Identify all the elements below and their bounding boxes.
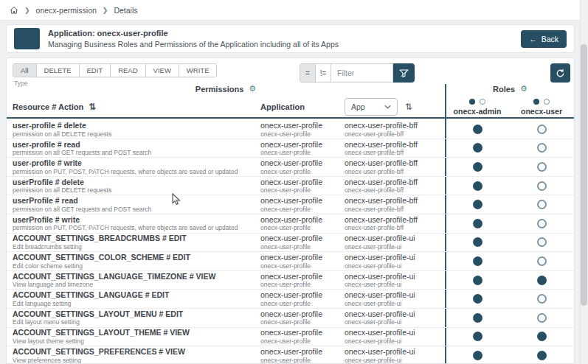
role-assigned-toggle[interactable]	[473, 237, 482, 247]
role-assigned-toggle[interactable]	[537, 276, 547, 285]
type-chip-all[interactable]: All	[13, 63, 37, 77]
role-assigned-toggle[interactable]	[473, 200, 482, 209]
role-assigned-toggle[interactable]	[473, 219, 482, 228]
role-assigned-toggle[interactable]	[473, 332, 482, 341]
application-name: onecx-user-profile	[260, 178, 334, 187]
application-header-text: Application: onecx-user-profile Managing…	[48, 28, 339, 49]
role-cell-onecx-admin	[445, 219, 510, 228]
app-subname: onecx-user-profile-ui	[345, 357, 445, 364]
table-row[interactable]: userProfile # readpermission on all GET …	[7, 195, 575, 214]
app-name: onecx-user-profile-ui	[345, 234, 445, 243]
role-unassigned-toggle[interactable]	[537, 143, 547, 153]
filter-input[interactable]	[331, 63, 393, 83]
grant-all-admin-icon[interactable]	[469, 99, 475, 105]
refresh-button[interactable]	[550, 63, 570, 83]
role-assigned-toggle[interactable]	[473, 313, 482, 323]
permission-title: ACCOUNT_SETTINGS_LANGUAGE_TIMEZONE # VIE…	[13, 272, 252, 281]
role-cell-onecx-user	[510, 219, 573, 228]
permission-title: user-profile # write	[13, 158, 252, 168]
back-button[interactable]: ← Back	[521, 30, 567, 48]
app-cell: onecx-user-profile-bffonecx-user-profile…	[334, 121, 445, 138]
breadcrumb-item-details: Details	[114, 6, 137, 15]
app-subname: onecx-user-profile-ui	[345, 300, 445, 307]
table-row[interactable]: ACCOUNT_SETTINGS_BREADCRUMBS # EDITEdit …	[7, 234, 575, 253]
table-row[interactable]: ACCOUNT_SETTINGS_LANGUAGE # EDITEdit lan…	[7, 290, 575, 309]
application-cell: onecx-user-profileonecx-user-profile	[252, 215, 334, 232]
type-chip-write[interactable]: WRITE	[179, 63, 218, 77]
role-unassigned-toggle[interactable]	[537, 162, 547, 172]
type-chip-edit[interactable]: EDIT	[79, 63, 111, 77]
application-subname: onecx-user-profile	[260, 262, 334, 270]
role-unassigned-toggle[interactable]	[537, 313, 547, 323]
role-assigned-toggle[interactable]	[473, 143, 482, 153]
role-cell-onecx-admin	[445, 276, 510, 285]
role-unassigned-toggle[interactable]	[537, 125, 547, 134]
scrollbar-track[interactable]	[580, 0, 588, 364]
role-unassigned-toggle[interactable]	[537, 181, 547, 191]
grant-all-user-icon[interactable]	[533, 99, 539, 105]
revoke-all-user-icon[interactable]	[544, 99, 550, 105]
filter-clear-button[interactable]	[393, 63, 415, 83]
breadcrumb-item-permission[interactable]: onecx-permission	[36, 6, 97, 15]
table-row[interactable]: ACCOUNT_SETTINGS_LAYOUT_MENU # EDITEdit …	[7, 309, 575, 328]
table-row[interactable]: ACCOUNT_SETTINGS_COLOR_SCHEME # EDITEdit…	[7, 252, 575, 271]
app-cell: onecx-user-profile-bffonecx-user-profile…	[334, 140, 445, 157]
role-assigned-toggle[interactable]	[473, 294, 482, 304]
app-cell: onecx-user-profile-bffonecx-user-profile…	[334, 196, 445, 213]
table-row[interactable]: user-profile # readpermission on all GET…	[7, 139, 575, 158]
role-cell-onecx-user	[510, 276, 573, 285]
role-assigned-toggle[interactable]	[473, 162, 482, 172]
resource-action-column-header[interactable]: Resource # Action ⇅	[7, 102, 252, 111]
role-unassigned-toggle[interactable]	[537, 219, 547, 228]
table-row[interactable]: user-profile # writepermission on PUT, P…	[7, 158, 575, 177]
role-unassigned-toggle[interactable]	[537, 237, 547, 247]
role-cell-onecx-user	[510, 200, 573, 209]
table-row[interactable]: userProfile # writepermission on PUT, PO…	[7, 214, 575, 234]
home-icon[interactable]	[10, 6, 18, 15]
filter-equals-button[interactable]: =	[300, 63, 316, 83]
role-cell-onecx-user	[510, 351, 573, 360]
application-cell: onecx-user-profileonecx-user-profile	[252, 196, 334, 213]
filter-not-equals-button[interactable]: !=	[315, 63, 331, 83]
role-assigned-toggle[interactable]	[473, 256, 482, 266]
table-row[interactable]: ACCOUNT_SETTINGS_LAYOUT_THEME # VIEWView…	[7, 328, 575, 347]
application-subname: onecx-user-profile	[260, 243, 334, 251]
role-assigned-toggle[interactable]	[537, 351, 547, 360]
table-row[interactable]: userProfile # deletepermission on all DE…	[7, 177, 575, 196]
table-row[interactable]: user-profile # deletepermission on all D…	[7, 120, 575, 139]
resource-cell: userProfile # deletepermission on all DE…	[7, 178, 252, 195]
role-assigned-toggle[interactable]	[473, 181, 482, 191]
app-subname: onecx-user-profile-bff	[345, 224, 445, 231]
revoke-all-admin-icon[interactable]	[480, 99, 485, 105]
role-unassigned-toggle[interactable]	[537, 256, 547, 266]
role-cell-onecx-admin	[445, 332, 510, 341]
sort-icon[interactable]: ⇅	[89, 102, 96, 111]
app-cell: onecx-user-profile-uionecx-user-profile-…	[334, 328, 445, 345]
filter-group: = !=	[300, 63, 415, 83]
scrollbar-thumb[interactable]	[581, 44, 587, 306]
type-chip-delete[interactable]: DELETE	[36, 63, 80, 77]
app-cell: onecx-user-profile-uionecx-user-profile-…	[334, 253, 445, 270]
role-cell-onecx-admin	[445, 351, 510, 360]
application-subname: onecx-user-profile	[260, 149, 334, 156]
type-chip-view[interactable]: VIEW	[145, 63, 179, 77]
role-name-label: onecx-user	[521, 107, 562, 116]
app-filter-dropdown[interactable]: App	[345, 98, 398, 116]
role-cell-onecx-user	[510, 332, 573, 341]
table-row[interactable]: ACCOUNT_SETTINGS_PREFERENCES # VIEWView …	[7, 346, 575, 364]
permission-title: ACCOUNT_SETTINGS_PREFERENCES # VIEW	[13, 347, 252, 357]
role-assigned-toggle[interactable]	[473, 125, 482, 134]
role-unassigned-toggle[interactable]	[537, 200, 547, 209]
role-assigned-toggle[interactable]	[473, 276, 482, 285]
role-assigned-toggle[interactable]	[473, 351, 482, 360]
role-unassigned-toggle[interactable]	[537, 294, 547, 304]
app-cell: onecx-user-profile-uionecx-user-profile-…	[334, 347, 445, 364]
role-assigned-toggle[interactable]	[537, 332, 547, 341]
app-subname: onecx-user-profile-bff	[345, 186, 445, 194]
roles-settings-gear-icon[interactable]: ⚙	[520, 84, 528, 94]
type-chip-read[interactable]: READ	[110, 63, 145, 77]
sort-icon[interactable]: ⇅	[405, 102, 412, 111]
table-row[interactable]: ACCOUNT_SETTINGS_LANGUAGE_TIMEZONE # VIE…	[7, 271, 575, 290]
permissions-settings-gear-icon[interactable]: ⚙	[249, 84, 256, 94]
application-name: onecx-user-profile	[260, 272, 334, 281]
